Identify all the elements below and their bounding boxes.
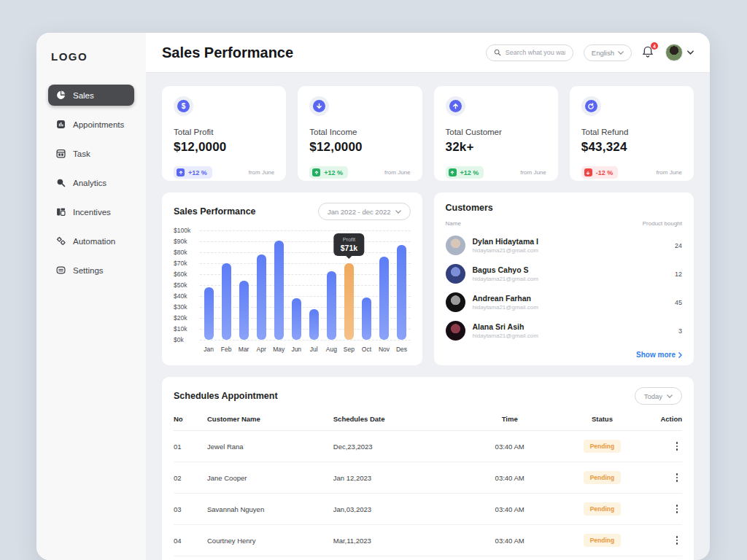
chevron-down-icon — [395, 210, 401, 214]
chart-bar-des[interactable] — [397, 245, 406, 341]
kebab-menu-icon[interactable] — [672, 504, 682, 514]
product-bought-count: 12 — [675, 271, 682, 278]
sidebar-item-automation[interactable]: Automation — [48, 230, 134, 252]
chart-y-axis: $100k$90k$80k$70k$60k$50k$40k$30k$20k$10… — [174, 230, 200, 340]
product-bought-count: 24 — [675, 242, 682, 249]
y-tick-label: $20k — [174, 314, 187, 322]
stat-value: $43,324 — [581, 140, 682, 155]
chart-column-mar — [235, 230, 252, 340]
sidebar-item-sales[interactable]: Sales — [48, 85, 134, 106]
customer-row[interactable]: Bagus Cahyo S hidaytama21@gmail.com 12 — [446, 264, 683, 284]
x-tick-label: May — [270, 346, 287, 353]
table-row[interactable]: 03 Savannah Nguyen Jan,03,2023 03:40 AM … — [174, 494, 682, 525]
table-row[interactable]: 01 Jewel Rana Dec,23,2023 03:40 AM Pendi… — [174, 431, 682, 462]
chart-column-des — [393, 230, 411, 340]
date-range-label: Jan 2022 - dec 2022 — [328, 208, 391, 216]
chart-bar-aug[interactable] — [327, 271, 336, 341]
stat-value: $12,0000 — [309, 140, 410, 155]
sidebar-item-analytics[interactable]: Analytics — [48, 172, 134, 193]
x-tick-label: Oct — [357, 346, 375, 353]
stat-note: from June — [384, 169, 411, 176]
sales-performance-chart-panel: Sales Performance Jan 2022 - dec 2022 $1… — [162, 192, 422, 365]
table-row[interactable]: 02 Jane Cooper Jan 12,2023 03:40 AM Pend… — [174, 462, 682, 494]
chart-column-nov — [375, 230, 392, 340]
stat-note: from June — [656, 169, 682, 176]
language-label: English — [592, 49, 614, 57]
sidebar-item-task[interactable]: Task — [48, 143, 134, 164]
y-tick-label: $40k — [174, 292, 187, 300]
income-down-icon — [313, 100, 325, 112]
x-tick-label: Jan — [200, 346, 217, 353]
notifications-button[interactable]: 4 — [642, 45, 655, 60]
settings-sliders-icon — [55, 265, 66, 276]
profile-menu[interactable] — [665, 44, 694, 61]
chart-column-jun — [287, 230, 305, 340]
table-row[interactable]: 04 Courtney Henry Mar,11,2023 03:40 AM P… — [174, 525, 682, 556]
customer-name: Bagus Cahyo S — [473, 265, 675, 274]
y-tick-label: $30k — [174, 303, 187, 311]
y-tick-label: $80k — [174, 249, 187, 256]
chart-column-apr — [252, 230, 270, 340]
stat-label: Total Customer — [446, 128, 546, 136]
chart-bar-jul[interactable] — [309, 309, 319, 340]
arrow-up-icon — [449, 168, 457, 176]
y-tick-label: $90k — [174, 238, 187, 245]
chart-column-may — [270, 230, 287, 340]
stat-label: Total Refund — [581, 128, 682, 136]
x-tick-label: Sep — [340, 346, 357, 353]
status-badge: Pending — [584, 502, 622, 516]
topbar: Sales Performance English 4 — [146, 33, 710, 73]
table-row[interactable]: 05 Kathryn Murphy Jun,13,2023 03:40 AM P… — [174, 556, 682, 560]
chart-bar-nov[interactable] — [379, 257, 389, 340]
today-filter-select[interactable]: Today — [635, 387, 682, 405]
y-tick-label: $60k — [174, 271, 187, 278]
search-input[interactable] — [506, 49, 565, 56]
stat-label: Total Profit — [174, 128, 274, 136]
customer-email: hidaytama21@gmail.com — [473, 304, 675, 311]
chart-bar-jun[interactable] — [292, 298, 301, 340]
chevron-right-icon — [678, 352, 682, 358]
product-bought-count: 3 — [678, 327, 682, 335]
search-box[interactable] — [486, 44, 573, 61]
refund-icon — [585, 100, 597, 112]
chart-title: Sales Performance — [174, 206, 256, 217]
x-tick-label: Jun — [287, 346, 305, 353]
customer-row[interactable]: Alana Sri Asih hidaytama21@gmail.com 3 — [446, 321, 683, 341]
chart-bar-apr[interactable] — [257, 254, 266, 340]
y-tick-label: $0k — [174, 336, 184, 343]
sidebar-item-appointments[interactable]: Appointments — [48, 114, 134, 135]
search-icon — [494, 49, 501, 56]
customers-panel: Customers Name Product bought Dylan Hida… — [434, 192, 694, 365]
stats-row: $ Total Profit $12,0000 +12 % from June … — [162, 86, 694, 181]
avatar — [446, 264, 465, 284]
chart-bar-sep[interactable] — [344, 263, 354, 340]
magnifier-icon — [55, 177, 66, 188]
date-range-select[interactable]: Jan 2022 - dec 2022 — [318, 203, 411, 220]
sidebar-item-incentives[interactable]: Incentives — [48, 201, 134, 222]
main-area: Sales Performance English 4 — [146, 33, 710, 560]
kebab-menu-icon[interactable] — [672, 535, 682, 545]
customer-row[interactable]: Andrean Farhan hidaytama21@gmail.com 45 — [446, 292, 683, 312]
schedules-appointment-panel: Schedules Appointment Today No Customer … — [162, 377, 694, 560]
kebab-menu-icon[interactable] — [672, 472, 682, 483]
chart-bar-oct[interactable] — [362, 298, 371, 341]
avatar — [665, 44, 683, 61]
sidebar-item-settings[interactable]: Settings — [48, 260, 134, 281]
customer-up-icon — [449, 100, 462, 112]
show-more-link[interactable]: Show more — [446, 351, 683, 359]
dollar-coin-icon: $ — [177, 100, 190, 112]
kebab-menu-icon[interactable] — [672, 441, 682, 451]
chart-bar-jan[interactable] — [204, 287, 214, 340]
language-select[interactable]: English — [584, 44, 632, 61]
chart-bar-mar[interactable] — [239, 281, 249, 340]
chart-bar-feb[interactable] — [222, 263, 231, 340]
customer-name: Alana Sri Asih — [473, 322, 678, 331]
chart-bar-may[interactable] — [274, 241, 284, 341]
customers-col-name: Name — [446, 220, 461, 227]
pie-chart-icon — [55, 90, 66, 101]
x-tick-label: Des — [393, 346, 411, 353]
stat-card-total-income: Total Income $12,0000 +12 % from June — [298, 86, 422, 181]
stat-card-total-customer: Total Customer 32k+ +12 % from June — [434, 86, 558, 181]
status-badge: Pending — [584, 534, 622, 547]
customer-row[interactable]: Dylan Hidaytama I hidaytama21@gmail.com … — [446, 236, 683, 255]
